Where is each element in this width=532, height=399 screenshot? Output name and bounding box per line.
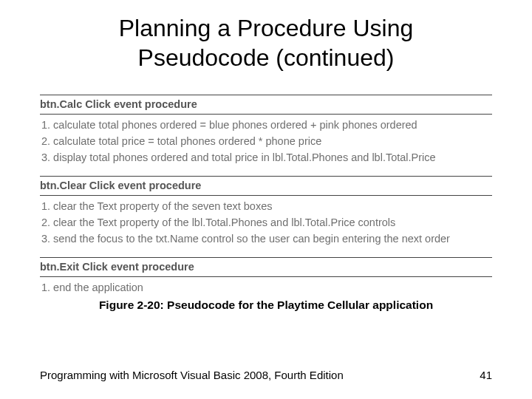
procedure-calc-group: btn.Calc Click event procedure 1. calcul… (40, 95, 492, 166)
procedure-clear-header: btn.Clear Click event procedure (40, 176, 492, 196)
footer-text: Programming with Microsoft Visual Basic … (40, 369, 344, 381)
figure-pseudocode: btn.Calc Click event procedure 1. calcul… (40, 95, 492, 306)
list-item: 1. calculate total phones ordered = blue… (41, 117, 492, 133)
slide-title: Planning a Procedure Using Pseudocode (c… (0, 13, 532, 72)
list-item: 3. send the focus to the txt.Name contro… (41, 231, 492, 247)
title-line-2: Pseudocode (continued) (138, 44, 395, 71)
procedure-clear-steps: 1. clear the Text property of the seven … (41, 199, 492, 247)
procedure-calc-header: btn.Calc Click event procedure (40, 95, 492, 115)
procedure-exit-group: btn.Exit Click event procedure 1. end th… (40, 257, 492, 296)
procedure-exit-steps: 1. end the application (41, 280, 492, 296)
footer: Programming with Microsoft Visual Basic … (40, 369, 492, 381)
title-line-1: Planning a Procedure Using (119, 15, 413, 41)
procedure-clear-group: btn.Clear Click event procedure 1. clear… (40, 176, 492, 247)
list-item: 1. clear the Text property of the seven … (41, 199, 492, 214)
procedure-exit-header: btn.Exit Click event procedure (40, 257, 492, 277)
list-item: 2. calculate total price = total phones … (41, 134, 492, 149)
list-item: 3. display total phones ordered and tota… (41, 150, 492, 166)
procedure-calc-steps: 1. calculate total phones ordered = blue… (41, 117, 492, 166)
page-number: 41 (480, 369, 492, 381)
figure-caption: Figure 2-20: Pseudocode for the Playtime… (0, 299, 532, 312)
list-item: 1. end the application (41, 280, 492, 296)
slide: Planning a Procedure Using Pseudocode (c… (0, 0, 532, 399)
list-item: 2. clear the Text property of the lbl.To… (41, 215, 492, 231)
